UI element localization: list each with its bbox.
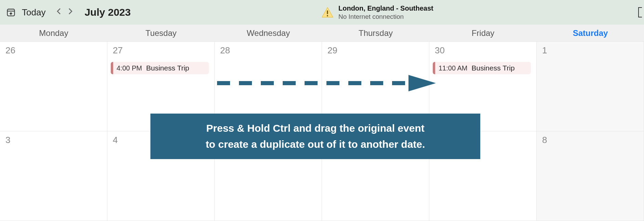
instruction-line2: to create a duplicate out of it to anoth… — [206, 139, 425, 150]
event-time: 4:00 PM — [117, 64, 142, 72]
day-cell[interactable]: 26 — [0, 42, 107, 131]
status-network: No Internet connection — [338, 13, 433, 21]
weekday-thursday: Thursday — [322, 25, 429, 41]
month-nav — [55, 6, 74, 18]
prev-month-button[interactable] — [55, 6, 63, 18]
today-button[interactable]: Today — [22, 7, 45, 18]
toolbar: Today July 2023 London, England - Southe… — [0, 0, 644, 25]
weekday-header: Monday Tuesday Wednesday Thursday Friday… — [0, 25, 644, 42]
weekday-wednesday: Wednesday — [215, 25, 322, 41]
day-number: 26 — [3, 45, 104, 56]
event-business-trip-target[interactable]: 11:00 AM Business Trip — [433, 62, 531, 74]
day-number: 1 — [540, 45, 640, 56]
instruction-line1: Press & Hold Ctrl and drag the original … — [206, 122, 424, 134]
day-cell[interactable]: 8 — [537, 131, 644, 221]
day-cell[interactable]: 1 — [537, 42, 644, 131]
day-cell[interactable]: 3 — [0, 131, 107, 221]
svg-rect-3 — [327, 11, 328, 14]
event-title: Business Trip — [146, 64, 189, 72]
sidebar-toggle-icon[interactable] — [637, 7, 643, 19]
status-area: London, England - Southeast No Internet … — [321, 4, 433, 21]
calendar-icon[interactable] — [6, 8, 16, 17]
instruction-overlay: Press & Hold Ctrl and drag the original … — [150, 114, 480, 159]
weekday-friday: Friday — [429, 25, 537, 41]
weekday-tuesday: Tuesday — [107, 25, 215, 41]
weekday-monday: Monday — [0, 25, 107, 41]
month-title: July 2023 — [84, 6, 131, 18]
day-number: 27 — [111, 45, 211, 56]
day-number: 30 — [433, 45, 533, 56]
event-title: Business Trip — [472, 64, 515, 72]
status-location: London, England - Southeast — [338, 4, 433, 12]
next-month-button[interactable] — [67, 6, 74, 18]
warning-icon — [321, 6, 334, 18]
event-business-trip-source[interactable]: 4:00 PM Business Trip — [111, 62, 209, 74]
day-number: 8 — [540, 135, 640, 145]
svg-point-4 — [327, 15, 328, 16]
day-number: 29 — [325, 45, 426, 56]
day-number: 3 — [3, 135, 104, 145]
event-time: 11:00 AM — [439, 64, 468, 72]
day-number: 28 — [218, 45, 318, 56]
weekday-saturday: Saturday — [537, 25, 644, 41]
